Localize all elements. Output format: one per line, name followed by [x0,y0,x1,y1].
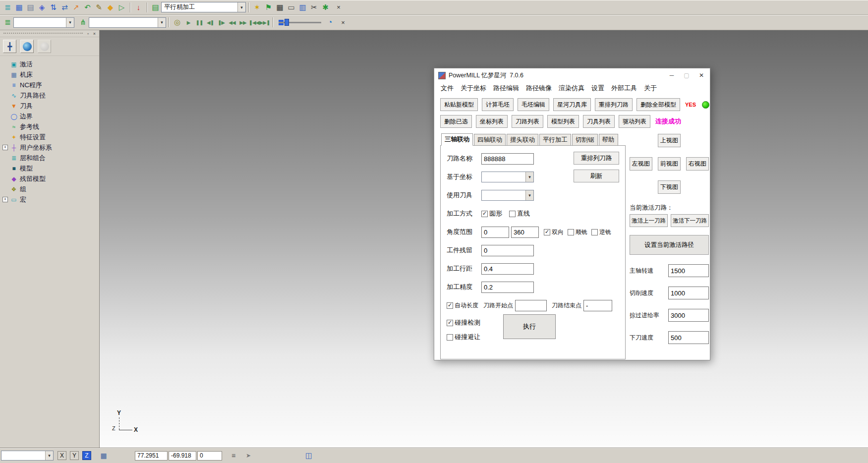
minimize-button[interactable]: ─ [664,69,679,81]
activate-next-toolpath-button[interactable]: 激活下一刀路 [671,214,709,227]
angle-to-input[interactable] [511,227,539,238]
top-view-button[interactable]: 上视图 [658,134,681,147]
toolpath-verify-icon[interactable]: ✶ [251,1,263,13]
toolbar-close-icon[interactable]: × [339,18,347,27]
stepover-input[interactable] [481,263,534,275]
clock-icon[interactable]: ◔ [324,17,336,28]
menu-path-mirror[interactable]: 路径镜像 [522,84,555,93]
clipping-icon[interactable]: ✂ [308,1,320,13]
undo-icon[interactable]: ↶ [82,1,93,13]
conventional-mill-checkbox[interactable]: 逆铣 [591,228,611,236]
calculator-icon[interactable]: ▦ [274,1,286,13]
menu-about[interactable]: 关于 [640,84,660,93]
activate-prev-toolpath-button[interactable]: 激活上一刀路 [630,214,668,227]
delete-selected-button[interactable]: 删除已选 [440,115,472,128]
measure-icon[interactable]: ↗ [70,1,82,13]
stock-allowance-input[interactable] [481,245,534,256]
tree-item-groups[interactable]: ❖ 组 [1,184,98,194]
compute-stock-button[interactable]: 计算毛坯 [482,98,514,111]
base-coord-select[interactable] [481,172,534,182]
play-button[interactable]: ▶ [183,17,194,28]
step-back-button[interactable]: ◀❚ [205,17,216,28]
shaded-sphere-icon[interactable] [38,40,51,53]
explorer-dock-header[interactable]: ▫ × [0,30,99,37]
execute-button[interactable]: 执行 [503,314,556,339]
collision-check-checkbox[interactable]: 碰撞检测 [447,318,480,327]
xinghe-tool-library-button[interactable]: 星河刀具库 [553,98,591,111]
menu-about-coord[interactable]: 关于坐标 [457,84,490,93]
cutting-feed-input[interactable] [668,287,709,299]
collision-avoid-checkbox[interactable]: 碰撞避让 [447,333,480,342]
mirror-transform-icon[interactable]: ⇄ [59,1,70,13]
plunge-feed-input[interactable] [668,331,709,344]
tree-item-tools[interactable]: ▼ 刀具 [1,101,98,111]
axis-y-button[interactable]: Y [70,451,79,460]
project-levels-icon[interactable]: ≣ [2,1,13,13]
save-icon[interactable]: ▦ [13,1,25,13]
keypad-icon[interactable]: ▭ [286,1,297,13]
climb-mill-checkbox[interactable]: 顺铣 [568,228,587,236]
front-view-button[interactable]: 前视图 [658,157,681,171]
slider-handle[interactable] [285,19,289,26]
angle-from-input[interactable] [481,227,509,238]
fast-forward-button[interactable]: ▶▶ [237,17,248,28]
annotate-icon[interactable]: ✎ [93,1,105,13]
tree-item-feature-sets[interactable]: ✦ 特征设置 [1,132,98,142]
use-tool-select[interactable] [481,190,534,201]
simulation-toolpath-select[interactable] [13,17,74,28]
close-button[interactable]: ✕ [694,69,709,81]
gears-icon[interactable]: ✱ [320,1,331,13]
tree-item-levels-sets[interactable]: ≣ 层和组合 [1,153,98,163]
toolpath-name-input[interactable] [481,153,534,165]
tree-item-macros[interactable]: + ▭ 宏 [1,194,98,205]
menu-file[interactable]: 文件 [437,84,457,93]
tree-expander[interactable]: + [2,145,8,150]
tab-four-axis[interactable]: 四轴联动 [474,134,506,146]
tool-holder-icon[interactable]: ⋔ [77,17,89,28]
wizard-flag-icon[interactable]: ⚑ [263,1,274,13]
bidirectional-checkbox[interactable]: 双向 [544,228,564,236]
tree-item-workplanes[interactable]: + ┼ 用户坐标系 [1,142,98,153]
tab-parallel[interactable]: 平行加工 [539,134,571,146]
compare-icon[interactable]: ◆ [105,1,116,13]
tool-list-button[interactable]: 刀具列表 [583,115,615,128]
end-point-input[interactable] [583,300,612,311]
stock-edit-button[interactable]: 毛坯编辑 [518,98,549,111]
status-combo[interactable] [1,451,54,461]
tree-item-machine[interactable]: ▦ 机床 [1,69,98,80]
coord-list-button[interactable]: 坐标列表 [476,115,508,128]
rearrange-toolpaths-button[interactable]: 重排列刀路 [595,98,633,111]
strategy-book-icon[interactable]: ▤ [150,1,161,13]
toolbar-close-icon[interactable]: × [334,3,343,12]
paste-toolpath-icon[interactable]: ↓ [133,1,144,13]
circular-checkbox[interactable]: 圆形 [481,209,502,218]
tab-saw[interactable]: 切割锯 [572,134,598,146]
menu-settings[interactable]: 设置 [588,84,608,93]
tab-tilt-head[interactable]: 摆头联动 [507,134,538,146]
start-point-input[interactable] [515,300,547,311]
refresh-button[interactable]: 刷新 [574,170,619,182]
globe-icon[interactable] [20,40,34,53]
tolerance-input[interactable] [481,282,534,293]
stats-icon[interactable]: ▥ [297,1,308,13]
tree-item-toolpaths[interactable]: ∿ 刀具路径 [1,90,98,101]
tree-item-stock-models[interactable]: ◆ 残留模型 [1,174,98,184]
rewind-button[interactable]: ◀◀ [227,17,237,28]
go-start-button[interactable]: ❚◀◀ [248,17,259,28]
dock-grip[interactable] [3,33,83,35]
menu-external-tools[interactable]: 外部工具 [608,84,640,93]
list-icon[interactable]: ≡ [228,451,239,461]
export-icon[interactable]: ▷ [116,1,127,13]
spindle-speed-input[interactable] [668,264,709,277]
axis-z-button[interactable]: Z [82,451,91,460]
set-active-path-button[interactable]: 设置当前激活路径 [630,235,709,255]
pause-button[interactable]: ❚❚ [194,17,205,28]
axis-x-button[interactable]: X [58,451,66,460]
view-orient-icon[interactable]: ◈ [36,1,48,13]
simulation-levels-icon[interactable]: ≣ [2,17,13,28]
axis-icon[interactable]: ⇅ [48,1,59,13]
rearrange-toolpath-button[interactable]: 重排列刀路 [574,152,619,165]
left-view-button[interactable]: 左视图 [630,157,652,171]
step-forward-button[interactable]: ❚▶ [216,17,227,28]
pointer-icon[interactable]: ➤ [243,451,254,461]
